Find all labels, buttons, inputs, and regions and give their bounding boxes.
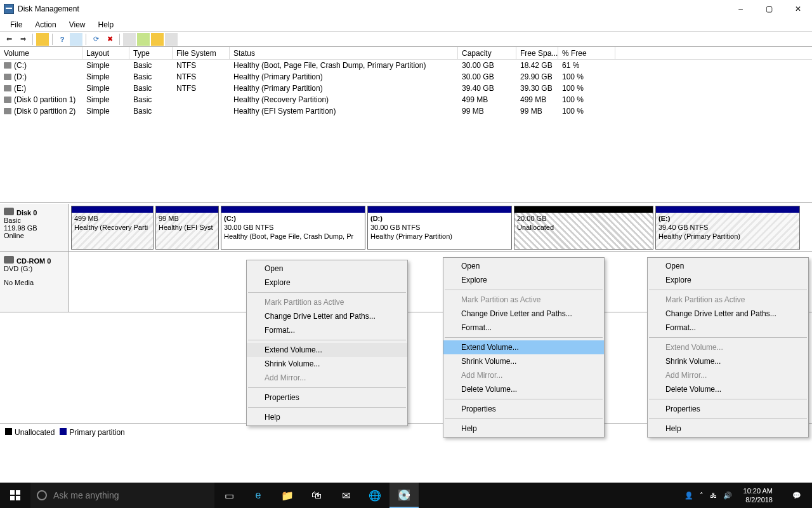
col-status[interactable]: Status: [230, 47, 458, 59]
col-fs[interactable]: File System: [173, 47, 230, 59]
col-pctfree[interactable]: % Free: [558, 47, 615, 59]
clock[interactable]: 10:20 AM 8/2/2018: [738, 486, 778, 504]
disk-info[interactable]: Disk 0Basic119.98 GBOnline: [0, 204, 69, 251]
store-icon[interactable]: 🛍: [302, 483, 331, 508]
volume-list-header: Volume Layout Type File System Status Ca…: [0, 47, 812, 60]
notifications-icon[interactable]: 💬: [784, 483, 809, 508]
svg-rect-3: [16, 496, 20, 500]
col-capacity[interactable]: Capacity: [458, 47, 516, 59]
menu-action[interactable]: Action: [29, 19, 62, 30]
context-menu-item[interactable]: Shrink Volume...: [443, 354, 604, 368]
col-type[interactable]: Type: [129, 47, 173, 59]
forward-button[interactable]: ⇒: [16, 33, 29, 46]
context-menu-item[interactable]: Explore: [247, 276, 407, 290]
tray-chevron-icon[interactable]: ˄: [700, 491, 704, 500]
context-menu-item[interactable]: Help: [443, 422, 604, 436]
context-menu-item[interactable]: Format...: [648, 321, 808, 335]
context-menu-item[interactable]: Explore: [443, 273, 604, 287]
context-menu-item[interactable]: Properties: [247, 391, 407, 404]
disk-icon: [4, 256, 14, 264]
menu-file[interactable]: File: [4, 19, 29, 30]
maximize-button[interactable]: ▢: [755, 0, 783, 18]
context-menu-item[interactable]: Explore: [648, 273, 808, 287]
context-menu-item[interactable]: Change Drive Letter and Paths...: [247, 309, 407, 323]
context-menu-item[interactable]: Change Drive Letter and Paths...: [443, 307, 604, 321]
partition[interactable]: 99 MBHealthy (EFI Syst: [155, 206, 219, 250]
col-free[interactable]: Free Spa...: [516, 47, 558, 59]
context-menu-item[interactable]: Shrink Volume...: [247, 357, 407, 371]
context-menu-item: Add Mirror...: [443, 368, 604, 382]
context-menu-item[interactable]: Open: [443, 259, 604, 273]
context-menu-item[interactable]: Properties: [648, 402, 808, 416]
legend-unallocated: Unallocated: [15, 428, 55, 437]
delete-icon[interactable]: ✖: [103, 33, 116, 46]
toolbar-icon[interactable]: [137, 33, 150, 46]
drive-icon: [4, 97, 11, 103]
context-menu-item[interactable]: Delete Volume...: [443, 382, 604, 396]
svg-rect-1: [16, 490, 20, 495]
toolbar: ⇐ ⇒ ? ⟳ ✖: [0, 32, 812, 47]
volume-row[interactable]: (E:)SimpleBasicNTFSHealthy (Primary Part…: [0, 83, 812, 94]
close-button[interactable]: ✕: [783, 0, 812, 18]
context-menu-item: Mark Partition as Active: [648, 293, 808, 307]
disk-mgmt-taskbar-icon[interactable]: 💽: [390, 483, 419, 508]
context-menu-item[interactable]: Delete Volume...: [648, 382, 808, 396]
toolbar-icon[interactable]: [151, 33, 164, 46]
partition[interactable]: (E:)39.40 GB NTFSHealthy (Primary Partit…: [655, 206, 800, 250]
mail-icon[interactable]: ✉: [331, 483, 360, 508]
volume-row[interactable]: (Disk 0 partition 1)SimpleBasicHealthy (…: [0, 94, 812, 105]
context-menu-item[interactable]: Extend Volume...: [648, 340, 808, 354]
volume-icon[interactable]: 🔊: [723, 491, 732, 500]
volume-row[interactable]: (Disk 0 partition 2)SimpleBasicHealthy (…: [0, 105, 812, 117]
context-menu-item[interactable]: Format...: [247, 323, 407, 337]
window-title: Disk Management: [18, 4, 79, 13]
context-menu-item[interactable]: Shrink Volume...: [648, 354, 808, 368]
task-view-icon[interactable]: ▭: [214, 483, 244, 508]
disk-info[interactable]: CD-ROM 0DVD (G:)No Media: [0, 252, 69, 312]
menu-help[interactable]: Help: [92, 19, 121, 30]
col-volume[interactable]: Volume: [0, 47, 82, 59]
start-button[interactable]: [0, 483, 30, 508]
title-bar: Disk Management – ▢ ✕: [0, 0, 812, 18]
partition[interactable]: (C:)30.00 GB NTFSHealthy (Boot, Page Fil…: [221, 206, 365, 250]
toolbar-icon[interactable]: [123, 33, 136, 46]
search-placeholder: Ask me anything: [53, 490, 119, 500]
context-menu-item[interactable]: Extend Volume...: [247, 343, 407, 357]
help-icon[interactable]: ?: [56, 33, 69, 46]
taskbar: Ask me anything ▭ e 📁 🛍 ✉ 🌐 💽 👤 ˄ 🖧 🔊 10…: [0, 483, 812, 508]
col-layout[interactable]: Layout: [82, 47, 129, 59]
menu-view[interactable]: View: [63, 19, 92, 30]
context-menu-item[interactable]: Open: [247, 262, 407, 276]
app-icon: [4, 4, 14, 14]
context-menu-item[interactable]: Format...: [443, 321, 604, 335]
context-menu-item[interactable]: Help: [648, 422, 808, 436]
back-button[interactable]: ⇐: [3, 33, 15, 46]
context-menu-item[interactable]: Extend Volume...: [443, 340, 604, 354]
app-icon[interactable]: 🌐: [360, 483, 390, 508]
context-menu-item[interactable]: Open: [648, 259, 808, 273]
context-menu-item: Add Mirror...: [247, 371, 407, 385]
refresh-icon[interactable]: ⟳: [89, 33, 102, 46]
explorer-icon[interactable]: 📁: [273, 483, 302, 508]
edge-icon[interactable]: e: [244, 483, 273, 508]
volume-row[interactable]: (C:)SimpleBasicNTFSHealthy (Boot, Page F…: [0, 60, 812, 71]
context-menu: OpenExploreMark Partition as ActiveChang…: [246, 260, 408, 426]
context-menu: OpenExploreMark Partition as ActiveChang…: [647, 257, 809, 438]
toolbar-icon[interactable]: [165, 33, 178, 46]
context-menu-item[interactable]: Help: [247, 410, 407, 424]
toolbar-icon[interactable]: [36, 33, 49, 46]
context-menu-item[interactable]: Change Drive Letter and Paths...: [648, 307, 808, 321]
volume-list: Volume Layout Type File System Status Ca…: [0, 47, 812, 203]
toolbar-icon[interactable]: [70, 33, 82, 46]
partition[interactable]: (D:)30.00 GB NTFSHealthy (Primary Partit…: [367, 206, 512, 250]
partition[interactable]: 20.00 GBUnallocated: [514, 206, 653, 250]
partition[interactable]: 499 MBHealthy (Recovery Parti: [71, 206, 154, 250]
context-menu-item[interactable]: Properties: [443, 402, 604, 416]
drive-icon: [4, 85, 11, 91]
people-icon[interactable]: 👤: [684, 491, 693, 500]
network-icon[interactable]: 🖧: [710, 491, 717, 499]
volume-row[interactable]: (D:)SimpleBasicNTFSHealthy (Primary Part…: [0, 71, 812, 83]
search-box[interactable]: Ask me anything: [30, 483, 214, 508]
minimize-button[interactable]: –: [726, 0, 755, 18]
svg-rect-2: [10, 496, 15, 500]
